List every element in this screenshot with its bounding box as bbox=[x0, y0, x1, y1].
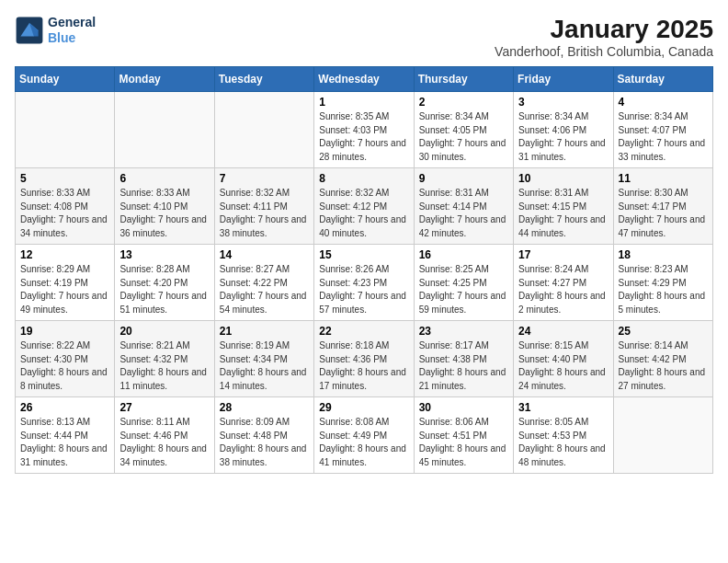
calendar-cell: 11Sunrise: 8:30 AM Sunset: 4:17 PM Dayli… bbox=[613, 168, 712, 245]
calendar-subtitle: Vanderhoof, British Columbia, Canada bbox=[495, 44, 713, 59]
day-info: Sunrise: 8:09 AM Sunset: 4:48 PM Dayligh… bbox=[220, 416, 309, 469]
day-number: 11 bbox=[619, 172, 708, 185]
calendar-cell: 28Sunrise: 8:09 AM Sunset: 4:48 PM Dayli… bbox=[214, 397, 313, 474]
day-info: Sunrise: 8:34 AM Sunset: 4:07 PM Dayligh… bbox=[619, 110, 708, 164]
day-info: Sunrise: 8:27 AM Sunset: 4:22 PM Dayligh… bbox=[220, 263, 309, 316]
day-info: Sunrise: 8:32 AM Sunset: 4:11 PM Dayligh… bbox=[220, 187, 309, 240]
calendar-cell: 4Sunrise: 8:34 AM Sunset: 4:07 PM Daylig… bbox=[613, 92, 712, 168]
day-info: Sunrise: 8:31 AM Sunset: 4:14 PM Dayligh… bbox=[419, 187, 508, 240]
day-number: 17 bbox=[518, 248, 608, 261]
day-number: 30 bbox=[419, 401, 508, 414]
day-number: 14 bbox=[220, 248, 309, 261]
calendar-cell: 24Sunrise: 8:15 AM Sunset: 4:40 PM Dayli… bbox=[514, 321, 613, 397]
day-number: 24 bbox=[518, 325, 608, 338]
day-info: Sunrise: 8:33 AM Sunset: 4:08 PM Dayligh… bbox=[20, 187, 109, 240]
logo-line2: Blue bbox=[48, 30, 75, 45]
calendar-cell: 17Sunrise: 8:24 AM Sunset: 4:27 PM Dayli… bbox=[514, 245, 613, 321]
calendar-body: 1Sunrise: 8:35 AM Sunset: 4:03 PM Daylig… bbox=[16, 92, 713, 474]
day-info: Sunrise: 8:30 AM Sunset: 4:17 PM Dayligh… bbox=[619, 187, 708, 240]
calendar-cell: 19Sunrise: 8:22 AM Sunset: 4:30 PM Dayli… bbox=[16, 321, 115, 397]
day-info: Sunrise: 8:21 AM Sunset: 4:32 PM Dayligh… bbox=[119, 339, 209, 393]
day-number: 26 bbox=[20, 401, 109, 414]
day-number: 10 bbox=[518, 172, 608, 185]
day-number: 9 bbox=[419, 172, 508, 185]
day-info: Sunrise: 8:15 AM Sunset: 4:40 PM Dayligh… bbox=[518, 339, 608, 393]
col-tuesday: Tuesday bbox=[214, 67, 313, 92]
calendar-cell: 15Sunrise: 8:26 AM Sunset: 4:23 PM Dayli… bbox=[314, 245, 414, 321]
col-thursday: Thursday bbox=[414, 67, 513, 92]
calendar-cell: 2Sunrise: 8:34 AM Sunset: 4:05 PM Daylig… bbox=[414, 92, 513, 168]
day-number: 25 bbox=[619, 325, 708, 338]
calendar-cell: 18Sunrise: 8:23 AM Sunset: 4:29 PM Dayli… bbox=[613, 245, 712, 321]
day-info: Sunrise: 8:14 AM Sunset: 4:42 PM Dayligh… bbox=[619, 339, 708, 393]
day-info: Sunrise: 8:11 AM Sunset: 4:46 PM Dayligh… bbox=[119, 416, 209, 469]
calendar-cell: 10Sunrise: 8:31 AM Sunset: 4:15 PM Dayli… bbox=[514, 168, 613, 245]
day-number: 20 bbox=[119, 325, 209, 338]
week-row-4: 19Sunrise: 8:22 AM Sunset: 4:30 PM Dayli… bbox=[16, 321, 713, 397]
calendar-cell: 25Sunrise: 8:14 AM Sunset: 4:42 PM Dayli… bbox=[613, 321, 712, 397]
day-number: 16 bbox=[419, 248, 508, 261]
calendar-cell: 13Sunrise: 8:28 AM Sunset: 4:20 PM Dayli… bbox=[115, 245, 214, 321]
day-number: 23 bbox=[419, 325, 508, 338]
calendar-header: Sunday Monday Tuesday Wednesday Thursday… bbox=[16, 67, 713, 92]
day-number: 31 bbox=[518, 401, 608, 414]
calendar-cell: 31Sunrise: 8:05 AM Sunset: 4:53 PM Dayli… bbox=[514, 397, 613, 474]
day-number: 21 bbox=[220, 325, 309, 338]
calendar-cell: 7Sunrise: 8:32 AM Sunset: 4:11 PM Daylig… bbox=[214, 168, 313, 245]
calendar-cell: 20Sunrise: 8:21 AM Sunset: 4:32 PM Dayli… bbox=[115, 321, 214, 397]
calendar-cell: 30Sunrise: 8:06 AM Sunset: 4:51 PM Dayli… bbox=[414, 397, 513, 474]
day-number: 7 bbox=[220, 172, 309, 185]
logo-icon bbox=[15, 16, 44, 45]
calendar-cell: 21Sunrise: 8:19 AM Sunset: 4:34 PM Dayli… bbox=[214, 321, 313, 397]
calendar-cell bbox=[214, 92, 313, 168]
week-row-5: 26Sunrise: 8:13 AM Sunset: 4:44 PM Dayli… bbox=[16, 397, 713, 474]
day-info: Sunrise: 8:32 AM Sunset: 4:12 PM Dayligh… bbox=[319, 187, 408, 240]
page-header: General Blue January 2025 Vanderhoof, Br… bbox=[15, 15, 713, 59]
day-info: Sunrise: 8:29 AM Sunset: 4:19 PM Dayligh… bbox=[20, 263, 109, 316]
day-info: Sunrise: 8:33 AM Sunset: 4:10 PM Dayligh… bbox=[119, 187, 209, 240]
calendar-cell bbox=[16, 92, 115, 168]
day-info: Sunrise: 8:08 AM Sunset: 4:49 PM Dayligh… bbox=[319, 416, 408, 469]
calendar-cell: 3Sunrise: 8:34 AM Sunset: 4:06 PM Daylig… bbox=[514, 92, 613, 168]
day-number: 19 bbox=[20, 325, 109, 338]
day-info: Sunrise: 8:26 AM Sunset: 4:23 PM Dayligh… bbox=[319, 263, 408, 316]
day-info: Sunrise: 8:19 AM Sunset: 4:34 PM Dayligh… bbox=[220, 339, 309, 393]
col-friday: Friday bbox=[514, 67, 613, 92]
col-wednesday: Wednesday bbox=[314, 67, 414, 92]
day-number: 12 bbox=[20, 248, 109, 261]
day-info: Sunrise: 8:18 AM Sunset: 4:36 PM Dayligh… bbox=[319, 339, 408, 393]
col-sunday: Sunday bbox=[16, 67, 115, 92]
col-saturday: Saturday bbox=[613, 67, 712, 92]
week-row-2: 5Sunrise: 8:33 AM Sunset: 4:08 PM Daylig… bbox=[16, 168, 713, 245]
day-info: Sunrise: 8:35 AM Sunset: 4:03 PM Dayligh… bbox=[319, 110, 408, 164]
calendar-cell: 23Sunrise: 8:17 AM Sunset: 4:38 PM Dayli… bbox=[414, 321, 513, 397]
day-number: 1 bbox=[319, 96, 408, 109]
calendar-cell: 9Sunrise: 8:31 AM Sunset: 4:14 PM Daylig… bbox=[414, 168, 513, 245]
day-number: 13 bbox=[119, 248, 209, 261]
day-number: 2 bbox=[419, 96, 508, 109]
calendar-title: January 2025 bbox=[495, 15, 713, 44]
day-number: 6 bbox=[119, 172, 209, 185]
day-number: 4 bbox=[619, 96, 708, 109]
day-info: Sunrise: 8:13 AM Sunset: 4:44 PM Dayligh… bbox=[20, 416, 109, 469]
calendar-table: Sunday Monday Tuesday Wednesday Thursday… bbox=[15, 66, 713, 474]
day-info: Sunrise: 8:24 AM Sunset: 4:27 PM Dayligh… bbox=[518, 263, 608, 316]
day-info: Sunrise: 8:28 AM Sunset: 4:20 PM Dayligh… bbox=[119, 263, 209, 316]
logo-line1: General bbox=[48, 15, 96, 30]
day-info: Sunrise: 8:25 AM Sunset: 4:25 PM Dayligh… bbox=[419, 263, 508, 316]
calendar-cell: 14Sunrise: 8:27 AM Sunset: 4:22 PM Dayli… bbox=[214, 245, 313, 321]
calendar-cell: 16Sunrise: 8:25 AM Sunset: 4:25 PM Dayli… bbox=[414, 245, 513, 321]
week-row-3: 12Sunrise: 8:29 AM Sunset: 4:19 PM Dayli… bbox=[16, 245, 713, 321]
day-info: Sunrise: 8:34 AM Sunset: 4:06 PM Dayligh… bbox=[518, 110, 608, 164]
day-number: 22 bbox=[319, 325, 408, 338]
day-info: Sunrise: 8:06 AM Sunset: 4:51 PM Dayligh… bbox=[419, 416, 508, 469]
day-number: 18 bbox=[619, 248, 708, 261]
calendar-cell bbox=[613, 397, 712, 474]
header-row: Sunday Monday Tuesday Wednesday Thursday… bbox=[16, 67, 713, 92]
calendar-cell: 1Sunrise: 8:35 AM Sunset: 4:03 PM Daylig… bbox=[314, 92, 414, 168]
day-info: Sunrise: 8:34 AM Sunset: 4:05 PM Dayligh… bbox=[419, 110, 508, 164]
calendar-cell bbox=[115, 92, 214, 168]
day-number: 28 bbox=[220, 401, 309, 414]
col-monday: Monday bbox=[115, 67, 214, 92]
calendar-cell: 12Sunrise: 8:29 AM Sunset: 4:19 PM Dayli… bbox=[16, 245, 115, 321]
